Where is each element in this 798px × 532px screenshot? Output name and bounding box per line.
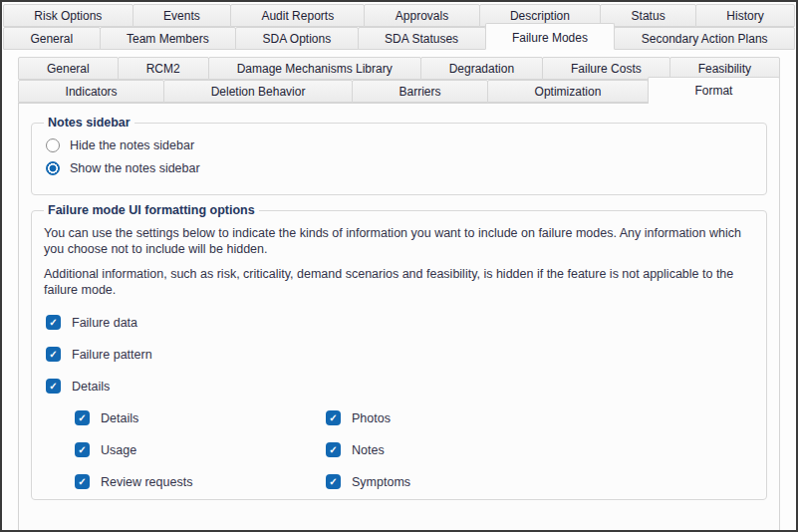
details-sub-checkboxes: Details Photos Usage Notes Review reques…: [71, 410, 756, 489]
checkbox-label: Failure data: [72, 316, 137, 330]
checkbox-failure-data[interactable]: Failure data: [46, 315, 752, 330]
inner-tab-row-2: Indicators Deletion Behavior Barriers Op…: [18, 80, 780, 103]
checkbox-label: Usage: [101, 443, 136, 457]
tab-risk-options[interactable]: Risk Options: [3, 4, 133, 27]
tab-failure-modes[interactable]: Failure Modes: [485, 23, 616, 50]
check-icon: [46, 347, 61, 362]
subtab-format[interactable]: Format: [648, 77, 780, 104]
formatting-options-legend: Failure mode UI formatting options: [44, 203, 259, 217]
tab-secondary-action-plans[interactable]: Secondary Action Plans: [614, 27, 795, 50]
outer-tab-row-2: General Team Members SDA Options SDA Sta…: [2, 27, 796, 50]
checkbox-details[interactable]: Details: [46, 379, 752, 394]
subtab-deletion-behavior[interactable]: Deletion Behavior: [163, 80, 353, 103]
check-icon: [46, 315, 61, 330]
settings-window: Risk Options Events Audit Reports Approv…: [0, 0, 798, 532]
subtab-degradation[interactable]: Degradation: [420, 57, 543, 80]
tab-approvals[interactable]: Approvals: [364, 4, 479, 27]
subtab-indicators[interactable]: Indicators: [18, 80, 164, 103]
check-icon: [46, 379, 61, 394]
formatting-options-groupbox: Failure mode UI formatting options You c…: [31, 203, 767, 500]
check-icon: [326, 474, 341, 489]
checkbox-notes[interactable]: Notes: [326, 442, 410, 457]
formatting-description-1: You can use the settings below to indica…: [44, 225, 754, 258]
radio-hide-notes-sidebar[interactable]: Hide the notes sidebar: [46, 138, 752, 152]
checkbox-label: Notes: [352, 443, 385, 457]
check-icon: [75, 442, 90, 457]
subtab-rcm2[interactable]: RCM2: [118, 57, 209, 80]
radio-show-notes-sidebar[interactable]: Show the notes sidebar: [46, 161, 752, 175]
tab-sda-options[interactable]: SDA Options: [235, 27, 359, 50]
checkbox-symptoms[interactable]: Symptoms: [326, 474, 410, 489]
failure-modes-subtabs: General RCM2 Damage Mechanisms Library D…: [18, 57, 780, 103]
subtab-barriers[interactable]: Barriers: [352, 80, 488, 103]
notes-sidebar-groupbox: Notes sidebar Hide the notes sidebar Sho…: [31, 116, 767, 195]
format-tab-panel: Notes sidebar Hide the notes sidebar Sho…: [18, 103, 780, 530]
radio-icon: [46, 138, 60, 152]
checkbox-label: Review requests: [101, 475, 192, 489]
check-icon: [326, 410, 341, 425]
checkbox-label: Symptoms: [352, 475, 410, 489]
checkbox-review-requests[interactable]: Review requests: [75, 474, 318, 489]
notes-sidebar-legend: Notes sidebar: [44, 116, 134, 130]
radio-label: Hide the notes sidebar: [70, 138, 194, 152]
checkbox-usage[interactable]: Usage: [75, 442, 318, 457]
check-icon: [75, 410, 90, 425]
checkbox-label: Details: [72, 380, 110, 394]
radio-label: Show the notes sidebar: [70, 161, 200, 175]
checkbox-label: Details: [101, 411, 138, 425]
checkbox-sub-details[interactable]: Details: [75, 410, 318, 425]
checkbox-photos[interactable]: Photos: [326, 410, 410, 425]
subtab-optimization[interactable]: Optimization: [487, 80, 649, 103]
outer-tab-row-1: Risk Options Events Audit Reports Approv…: [2, 2, 796, 27]
tab-sda-statuses[interactable]: SDA Statuses: [358, 27, 486, 50]
tab-audit-reports[interactable]: Audit Reports: [230, 4, 365, 27]
tab-team-members[interactable]: Team Members: [100, 27, 237, 50]
check-icon: [75, 474, 90, 489]
subtab-general[interactable]: General: [18, 57, 119, 80]
tab-history[interactable]: History: [695, 4, 795, 27]
formatting-description-2: Additional information, such as risk, cr…: [44, 266, 754, 299]
radio-selected-icon: [46, 161, 60, 175]
subtab-damage-mechanisms-library[interactable]: Damage Mechanisms Library: [208, 57, 421, 80]
checkbox-failure-pattern[interactable]: Failure pattern: [46, 347, 752, 362]
checkbox-label: Photos: [352, 411, 391, 425]
tab-events[interactable]: Events: [133, 4, 231, 27]
check-icon: [326, 442, 341, 457]
checkbox-label: Failure pattern: [72, 348, 152, 362]
tab-general[interactable]: General: [3, 27, 101, 50]
